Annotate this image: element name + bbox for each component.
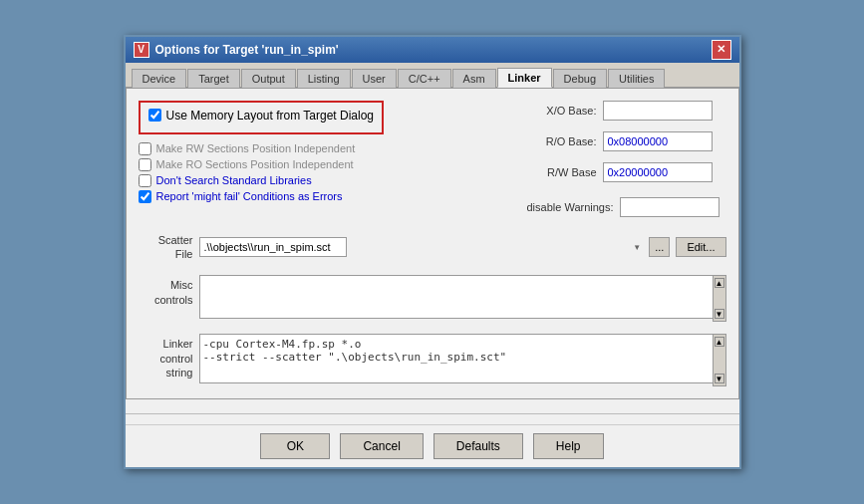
tab-debug[interactable]: Debug <box>553 69 607 88</box>
tab-asm[interactable]: Asm <box>452 69 496 88</box>
linker-scroll-down[interactable]: ▼ <box>715 374 724 383</box>
disable-warnings-label: disable Warnings: <box>527 201 614 213</box>
misc-controls-textarea[interactable] <box>199 275 726 319</box>
content-area: Use Memory Layout from Target Dialog Mak… <box>126 88 739 400</box>
ro-base-input[interactable] <box>603 131 713 151</box>
disable-warnings-row: disable Warnings: <box>527 197 726 217</box>
misc-controls-scrollbar[interactable]: ▲ ▼ <box>713 275 726 322</box>
dont-search-label: Don't Search Standard Libraries <box>156 174 312 186</box>
tab-listing[interactable]: Listing <box>297 69 351 88</box>
tab-target[interactable]: Target <box>187 69 240 88</box>
tab-utilities[interactable]: Utilities <box>608 69 665 88</box>
dont-search-checkbox[interactable] <box>139 174 151 187</box>
scatter-file-section: ScatterFile ▼ ... Edit... <box>139 233 726 262</box>
scatter-file-dropdown-wrapper: ▼ <box>199 237 644 257</box>
linker-scroll-up[interactable]: ▲ <box>715 337 724 347</box>
left-panel: Use Memory Layout from Target Dialog Mak… <box>139 101 511 217</box>
title-bar-left: V Options for Target 'run_in_spim' <box>134 42 339 58</box>
make-ro-row: Make RO Sections Position Independent <box>139 158 511 171</box>
scatter-file-input[interactable] <box>199 237 347 257</box>
scatter-edit-button[interactable]: Edit... <box>676 237 725 257</box>
report-might-fail-label: Report 'might fail' Conditions as Errors <box>156 190 343 202</box>
window-title: Options for Target 'run_in_spim' <box>155 43 339 57</box>
tab-user[interactable]: User <box>352 69 397 88</box>
use-memory-layout-label: Use Memory Layout from Target Dialog <box>166 109 375 123</box>
bottom-buttons: OK Cancel Defaults Help <box>126 424 739 467</box>
rw-base-label: R/W Base <box>527 166 597 178</box>
xo-base-input[interactable] <box>603 101 713 121</box>
linker-control-section: Linkercontrolstring -cpu Cortex-M4.fp.sp… <box>139 334 726 386</box>
misc-scroll-up[interactable]: ▲ <box>715 278 724 288</box>
misc-controls-label: Misccontrols <box>139 275 193 322</box>
app-icon: V <box>134 42 149 58</box>
use-memory-layout-checkbox[interactable] <box>148 109 161 122</box>
linker-control-wrapper: -cpu Cortex-M4.fp.sp *.o --strict --scat… <box>199 334 726 386</box>
report-might-fail-checkbox[interactable] <box>139 190 151 203</box>
right-panel: X/O Base: R/O Base: R/W Base disable War… <box>527 101 726 217</box>
ro-base-label: R/O Base: <box>527 135 597 147</box>
make-ro-label: Make RO Sections Position Independent <box>156 158 354 170</box>
use-memory-layout-group: Use Memory Layout from Target Dialog <box>139 101 385 134</box>
main-layout: Use Memory Layout from Target Dialog Mak… <box>139 101 726 217</box>
ro-base-row: R/O Base: <box>527 131 726 151</box>
disable-warnings-input[interactable] <box>620 197 720 217</box>
use-memory-layout-row: Use Memory Layout from Target Dialog <box>148 109 375 123</box>
defaults-button[interactable]: Defaults <box>433 433 523 459</box>
misc-scroll-down[interactable]: ▼ <box>715 309 724 319</box>
tab-output[interactable]: Output <box>241 69 296 88</box>
tab-device[interactable]: Device <box>132 69 187 88</box>
cancel-button[interactable]: Cancel <box>340 433 423 459</box>
dont-search-row: Don't Search Standard Libraries <box>139 174 511 187</box>
close-button[interactable]: ✕ <box>712 40 731 60</box>
misc-controls-wrapper: ▲ ▼ <box>199 275 726 322</box>
linker-control-label: Linkercontrolstring <box>139 334 193 386</box>
bottom-divider <box>126 413 739 414</box>
main-window: V Options for Target 'run_in_spim' ✕ Dev… <box>124 35 741 470</box>
make-rw-label: Make RW Sections Position Independent <box>156 142 356 154</box>
report-might-fail-row: Report 'might fail' Conditions as Errors <box>139 190 511 203</box>
rw-base-row: R/W Base <box>527 162 726 182</box>
ok-button[interactable]: OK <box>260 433 330 459</box>
linker-control-textarea[interactable]: -cpu Cortex-M4.fp.sp *.o --strict --scat… <box>199 334 726 383</box>
tabs-bar: Device Target Output Listing User C/C++ … <box>126 63 739 88</box>
xo-base-row: X/O Base: <box>527 101 726 121</box>
xo-base-label: X/O Base: <box>527 105 597 117</box>
make-ro-checkbox[interactable] <box>139 158 151 171</box>
misc-controls-section: Misccontrols ▲ ▼ <box>139 275 726 322</box>
scatter-file-label: ScatterFile <box>139 233 193 262</box>
title-bar: V Options for Target 'run_in_spim' ✕ <box>126 37 739 63</box>
help-button[interactable]: Help <box>533 433 604 459</box>
make-rw-checkbox[interactable] <box>139 142 151 155</box>
make-rw-row: Make RW Sections Position Independent <box>139 142 511 155</box>
rw-base-input[interactable] <box>603 162 713 182</box>
tab-linker[interactable]: Linker <box>497 68 552 88</box>
scatter-dropdown-arrow: ▼ <box>633 243 641 252</box>
scatter-browse-button[interactable]: ... <box>649 237 670 257</box>
tab-cpp[interactable]: C/C++ <box>398 69 451 88</box>
linker-scroll-bar[interactable]: ▲ ▼ <box>713 334 726 386</box>
